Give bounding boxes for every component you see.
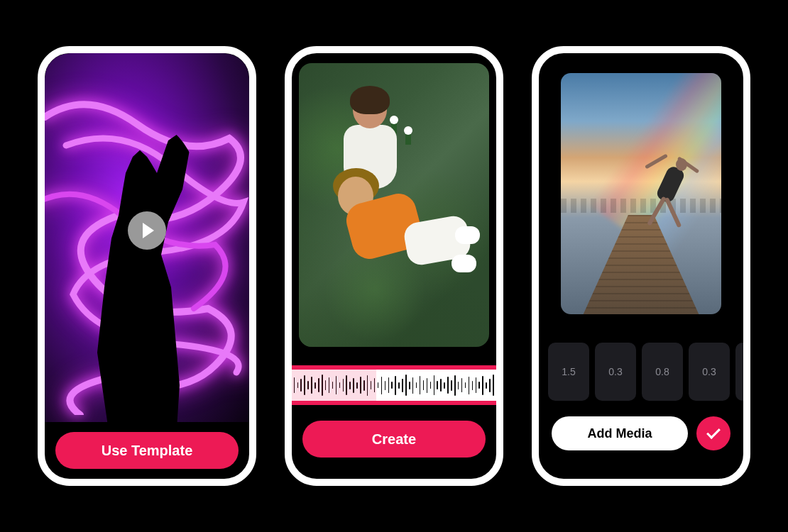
use-template-button[interactable]: Use Template — [55, 432, 239, 469]
person-figure — [349, 184, 476, 311]
person-figure — [651, 145, 701, 231]
audio-waveform-scrubber[interactable] — [292, 365, 496, 405]
clip-duration-row: 1.5 0.3 0.8 0.3 — [548, 343, 743, 401]
decoration — [405, 131, 411, 145]
media-preview[interactable] — [561, 73, 721, 314]
clip-slot[interactable]: 1.5 — [548, 343, 589, 401]
check-icon — [706, 425, 721, 439]
phone-screen: Use Template — [45, 53, 249, 479]
phone-screen: Create — [292, 53, 496, 479]
play-button[interactable] — [128, 211, 166, 250]
create-button[interactable]: Create — [302, 421, 486, 458]
add-media-button[interactable]: Add Media — [552, 416, 688, 450]
video-preview[interactable] — [45, 53, 249, 422]
clip-slot[interactable]: 0.3 — [689, 343, 730, 401]
clip-slot[interactable]: 0.3 — [595, 343, 636, 401]
waveform-track — [292, 370, 496, 401]
phone-mockup-template: Use Template — [38, 46, 256, 486]
confirm-button[interactable] — [696, 416, 730, 450]
action-button-row: Add Media — [539, 416, 743, 450]
play-icon — [143, 223, 154, 238]
media-preview[interactable] — [299, 63, 489, 347]
waveform-progress — [292, 370, 376, 401]
phone-mockup-add-media: 1.5 0.3 0.8 0.3 Add Media — [532, 46, 750, 486]
phone-mockup-create: Create — [285, 46, 503, 486]
clip-slot[interactable] — [735, 343, 743, 401]
clip-slot[interactable]: 0.8 — [642, 343, 683, 401]
phone-screen: 1.5 0.3 0.8 0.3 Add Media — [539, 53, 743, 479]
